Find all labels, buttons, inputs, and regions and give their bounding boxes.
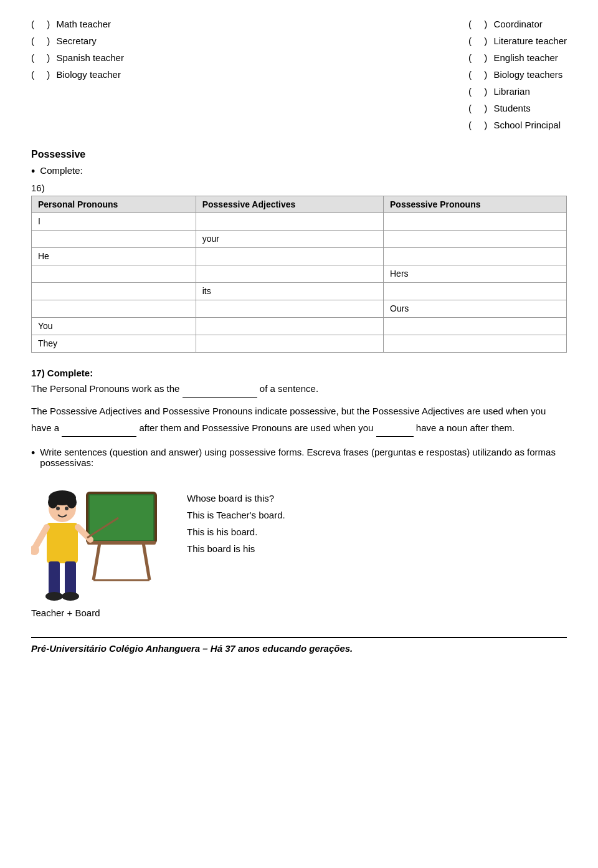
image-caption-section: Teacher + Board Whose board is this?This… bbox=[31, 480, 567, 618]
right-checkbox-item: ( ) Students bbox=[468, 103, 567, 113]
checkbox-label: Students bbox=[491, 103, 530, 113]
para-blank2 bbox=[376, 419, 414, 437]
paren-open: ( bbox=[468, 86, 472, 97]
paren-open: ( bbox=[468, 52, 472, 63]
top-checkboxes-section: ( ) Math teacher( ) Secretary( ) Spanish… bbox=[31, 19, 567, 130]
table-cell bbox=[196, 265, 383, 282]
complete-label: Complete: bbox=[40, 165, 82, 176]
table-cell bbox=[32, 230, 196, 247]
line1-blank bbox=[183, 381, 257, 398]
svg-point-18 bbox=[45, 592, 63, 601]
paren-open: ( bbox=[468, 19, 472, 29]
table-cell: I bbox=[32, 212, 196, 230]
para-mid: after them and Possessive Pronouns are u… bbox=[139, 422, 373, 433]
paren-space bbox=[475, 120, 480, 130]
right-checkbox-item: ( ) Coordinator bbox=[468, 19, 567, 29]
para-blank1 bbox=[62, 419, 136, 437]
paren-open: ( bbox=[31, 52, 34, 63]
checkbox-label: Librarian bbox=[491, 86, 530, 97]
question-line: This is Teacher's board. bbox=[187, 510, 285, 520]
question-line: This is his board. bbox=[187, 527, 285, 537]
table-cell bbox=[384, 335, 567, 352]
table-cell bbox=[32, 282, 196, 300]
svg-rect-5 bbox=[87, 541, 156, 545]
right-checkbox-item: ( ) Biology teachers bbox=[468, 69, 567, 80]
section-16-number: 16) bbox=[31, 183, 567, 193]
svg-point-19 bbox=[62, 592, 79, 601]
table-cell bbox=[384, 282, 567, 300]
svg-rect-17 bbox=[65, 561, 76, 596]
paren-open: ( bbox=[468, 69, 472, 80]
table-cell: Hers bbox=[384, 265, 567, 282]
paren-close: ) bbox=[484, 36, 487, 46]
teacher-board-illustration bbox=[31, 480, 168, 605]
right-checkbox-item: ( ) School Principal bbox=[468, 120, 567, 130]
checkbox-label: Literature teacher bbox=[491, 36, 567, 46]
bullet2-icon: • bbox=[31, 447, 35, 460]
paren-open: ( bbox=[468, 36, 472, 46]
possessive-title: Possessive bbox=[31, 149, 567, 160]
table-row: Hers bbox=[32, 265, 567, 282]
svg-point-11 bbox=[65, 507, 69, 510]
svg-rect-1 bbox=[90, 495, 153, 540]
table-cell: Ours bbox=[384, 300, 567, 317]
checkbox-label: English teacher bbox=[491, 52, 558, 63]
table-cell bbox=[196, 247, 383, 265]
left-checkboxes-col: ( ) Math teacher( ) Secretary( ) Spanish… bbox=[31, 19, 124, 130]
checkbox-label: Biology teacher bbox=[54, 69, 121, 80]
table-row: its bbox=[32, 282, 567, 300]
checkbox-label: School Principal bbox=[491, 120, 561, 130]
question-line: This board is his bbox=[187, 543, 285, 554]
checkbox-label: Math teacher bbox=[54, 19, 111, 29]
pronouns-table: Personal Pronouns Possessive Adjectives … bbox=[31, 196, 567, 353]
col-header-possessive-adj: Possessive Adjectives bbox=[196, 196, 383, 212]
questions-block: Whose board is this?This is Teacher's bo… bbox=[187, 480, 285, 554]
checkbox-label: Secretary bbox=[54, 36, 96, 46]
paren-close: ) bbox=[47, 36, 50, 46]
table-cell bbox=[196, 300, 383, 317]
section-17-paragraph: The Possessive Adjectives and Possessive… bbox=[31, 403, 567, 437]
svg-point-9 bbox=[67, 496, 77, 508]
footer-line: Pré-Universitário Colégio Anhanguera – H… bbox=[31, 637, 567, 654]
teacher-caption: Teacher + Board bbox=[31, 608, 100, 618]
possessive-section: Possessive • Complete: 16) Personal Pron… bbox=[31, 149, 567, 353]
table-cell bbox=[196, 335, 383, 352]
right-checkbox-item: ( ) Literature teacher bbox=[468, 36, 567, 46]
table-cell bbox=[384, 230, 567, 247]
paren-space bbox=[475, 36, 480, 46]
checkbox-label: Spanish teacher bbox=[54, 52, 124, 63]
paren-space bbox=[38, 19, 43, 29]
table-cell: its bbox=[196, 282, 383, 300]
svg-line-2 bbox=[93, 543, 100, 580]
section-17-label: 17) Complete: bbox=[31, 365, 567, 381]
question-line: Whose board is this? bbox=[187, 493, 285, 503]
paren-open: ( bbox=[31, 69, 34, 80]
svg-rect-12 bbox=[47, 523, 78, 563]
table-row: your bbox=[32, 230, 567, 247]
para-end: have a noun after them. bbox=[416, 422, 515, 433]
paren-close: ) bbox=[47, 52, 50, 63]
paren-close: ) bbox=[484, 69, 487, 80]
line1-text-after: of a sentence. bbox=[260, 383, 318, 394]
paren-space bbox=[475, 19, 480, 29]
teacher-image-container: Teacher + Board bbox=[31, 480, 168, 618]
section-17-line1: The Personal Pronouns work as the of a s… bbox=[31, 381, 567, 398]
table-cell bbox=[32, 265, 196, 282]
paren-close: ) bbox=[47, 69, 50, 80]
footer-text: Pré-Universitário Colégio Anhanguera – H… bbox=[31, 643, 567, 654]
table-cell: your bbox=[196, 230, 383, 247]
svg-point-10 bbox=[56, 507, 60, 510]
paren-close: ) bbox=[47, 19, 50, 29]
paren-space bbox=[475, 103, 480, 113]
svg-line-3 bbox=[143, 543, 150, 580]
left-checkbox-item: ( ) Spanish teacher bbox=[31, 52, 124, 63]
table-cell bbox=[32, 300, 196, 317]
bullet2-section: • Write sentences (question and answer) … bbox=[31, 447, 567, 468]
left-checkbox-item: ( ) Math teacher bbox=[31, 19, 124, 29]
paren-space bbox=[38, 36, 43, 46]
right-checkbox-item: ( ) Librarian bbox=[468, 86, 567, 97]
table-cell bbox=[196, 212, 383, 230]
table-row: You bbox=[32, 317, 567, 335]
section-17: 17) Complete: The Personal Pronouns work… bbox=[31, 365, 567, 437]
section-17-bold: 17) Complete: bbox=[31, 368, 93, 378]
